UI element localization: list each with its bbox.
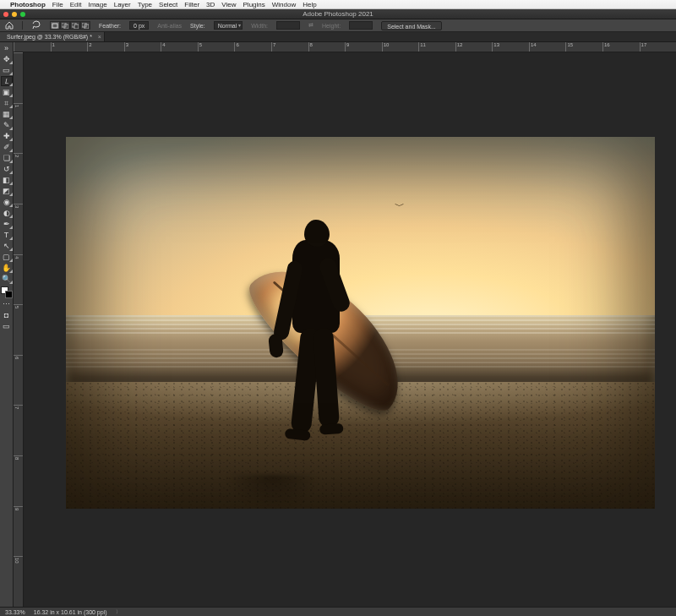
type-tool[interactable]: T [1, 230, 13, 240]
lasso-tool-icon[interactable] [31, 20, 41, 30]
ruler-h-tick: 14 [531, 42, 537, 47]
frame-tool[interactable]: ▦ [1, 109, 13, 119]
style-dropdown[interactable]: Normal [214, 21, 243, 30]
ruler-v-tick: 9 [14, 508, 19, 510]
ruler-h-tick: 8 [310, 42, 313, 47]
menu-3d[interactable]: 3D [206, 1, 215, 8]
menu-image[interactable]: Image [88, 1, 106, 8]
object-select-tool[interactable]: ▣ [1, 87, 13, 97]
clone-tool[interactable]: ❏ [1, 153, 13, 163]
path-select-tool[interactable]: ↖ [1, 241, 13, 251]
swap-dimensions-icon: ⇄ [308, 22, 313, 29]
close-window-icon[interactable] [3, 12, 8, 17]
menu-filter[interactable]: Filter [184, 1, 199, 8]
ruler-h-tick: 11 [420, 42, 426, 47]
ruler-horizontal[interactable]: 1234567891011121314151617 [14, 42, 676, 52]
image-bird: ﹀ [395, 200, 405, 212]
home-icon[interactable] [5, 21, 14, 30]
selection-subtract-icon[interactable] [70, 21, 80, 30]
separator [22, 21, 23, 30]
quick-mask-button[interactable]: ◘ [1, 310, 13, 320]
expand-toolbar-icon[interactable]: » [1, 43, 13, 53]
svg-rect-0 [52, 24, 57, 28]
menu-window[interactable]: Window [272, 1, 296, 8]
selection-add-icon[interactable] [60, 21, 70, 30]
document-info[interactable]: 16.32 in x 10.61 in (300 ppi) [34, 609, 107, 615]
width-input [276, 21, 300, 30]
ruler-h-tick: 17 [641, 42, 647, 47]
rectangle-tool[interactable]: ▢ [1, 252, 13, 262]
background-color[interactable] [5, 291, 13, 298]
menu-layer[interactable]: Layer [114, 1, 131, 8]
minimize-window-icon[interactable] [12, 12, 17, 17]
ruler-h-tick: 7 [273, 42, 275, 47]
ruler-v-tick: 8 [14, 457, 19, 460]
lasso-tool[interactable]: 𝘓 [1, 76, 13, 86]
brush-tool[interactable]: ✐ [1, 142, 13, 152]
style-label: Style: [190, 23, 205, 29]
hand-tool[interactable]: ✋ [1, 263, 13, 273]
status-bar: 33.33% 16.32 in x 10.61 in (300 ppi) 〉 [0, 607, 676, 616]
eraser-tool[interactable]: ◧ [1, 175, 13, 185]
marquee-tool[interactable]: ▭ [1, 65, 13, 75]
ruler-h-tick: 12 [457, 42, 463, 47]
svg-rect-4 [74, 25, 79, 29]
edit-toolbar-button[interactable]: ⋯ [1, 299, 13, 309]
menu-file[interactable]: File [52, 1, 63, 8]
selection-intersect-icon[interactable] [80, 21, 90, 30]
ruler-h-tick: 16 [604, 42, 610, 47]
color-swatches[interactable] [1, 286, 13, 298]
document-tab[interactable]: Surfer.jpeg @ 33.3% (RGB/8#) * × [0, 32, 105, 41]
menu-photoshop[interactable]: Photoshop [10, 1, 46, 8]
ruler-h-tick: 9 [346, 42, 349, 47]
image-surfer [226, 213, 379, 500]
menu-edit[interactable]: Edit [70, 1, 82, 8]
ruler-h-tick: 10 [384, 42, 390, 47]
history-brush-tool[interactable]: ↺ [1, 164, 13, 174]
ruler-h-tick: 6 [236, 42, 238, 47]
antialias-checkbox[interactable]: Anti-alias [157, 23, 182, 29]
move-tool[interactable]: ✥ [1, 54, 13, 64]
selection-new-icon[interactable] [50, 21, 60, 30]
screen-mode-button[interactable]: ▭ [1, 321, 13, 331]
ruler-h-tick: 13 [493, 42, 499, 47]
ruler-h-tick: 5 [199, 42, 202, 47]
menu-view[interactable]: View [221, 1, 236, 8]
zoom-level[interactable]: 33.33% [5, 609, 25, 615]
ruler-h-tick: 4 [162, 42, 165, 47]
close-tab-icon[interactable]: × [98, 34, 101, 40]
selection-mode-group [50, 21, 90, 30]
height-input [349, 21, 373, 30]
select-and-mask-button[interactable]: Select and Mask... [381, 21, 442, 30]
document-tab-title: Surfer.jpeg @ 33.3% (RGB/8#) * [7, 34, 92, 40]
dodge-tool[interactable]: ◐ [1, 208, 13, 218]
menu-help[interactable]: Help [303, 1, 316, 8]
ruler-vertical[interactable]: 12345678910 [14, 52, 24, 607]
width-label: Width: [251, 23, 268, 29]
image-reflection [226, 475, 319, 509]
gradient-tool[interactable]: ◩ [1, 186, 13, 196]
spot-heal-tool[interactable]: ✚ [1, 131, 13, 141]
menu-select[interactable]: Select [159, 1, 177, 8]
window-title: Adobe Photoshop 2021 [303, 10, 373, 18]
menu-type[interactable]: Type [138, 1, 152, 8]
feather-input[interactable]: 0 px [129, 21, 149, 30]
eyedropper-tool[interactable]: ✎ [1, 120, 13, 130]
blur-tool[interactable]: ◉ [1, 197, 13, 207]
ruler-v-tick: 3 [14, 205, 19, 208]
zoom-tool[interactable]: 🔍 [1, 274, 13, 284]
pen-tool[interactable]: ✒ [1, 219, 13, 229]
traffic-lights [3, 12, 25, 17]
doc-info-menu-icon[interactable]: 〉 [116, 608, 121, 616]
fullscreen-window-icon[interactable] [20, 12, 25, 17]
ruler-v-tick: 1 [14, 105, 19, 107]
crop-tool[interactable]: ⌗ [1, 98, 13, 108]
height-label: Height: [322, 23, 341, 29]
menu-plugins[interactable]: Plugins [243, 1, 265, 8]
ruler-v-tick: 7 [14, 406, 19, 409]
ruler-v-tick: 6 [14, 357, 19, 359]
ruler-v-tick: 2 [14, 155, 19, 157]
ruler-h-tick: 2 [89, 42, 91, 47]
document-canvas[interactable]: ﹀ [66, 137, 655, 509]
canvas-area[interactable]: ﹀ [24, 52, 676, 607]
